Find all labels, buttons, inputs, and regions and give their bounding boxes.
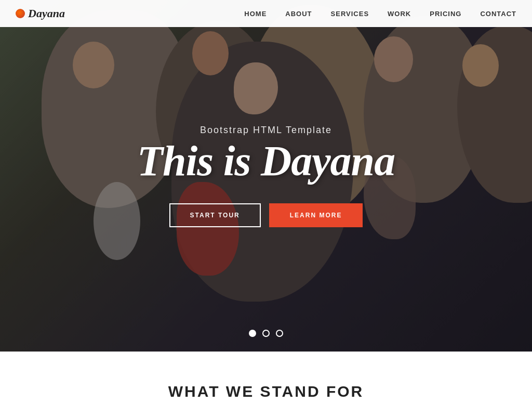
- nav-links: HOME ABOUT SERVICES WORK PRICING CONTACT: [244, 9, 516, 18]
- learn-more-button[interactable]: LEARN MORE: [269, 203, 363, 227]
- slider-dot-3[interactable]: [276, 330, 283, 337]
- nav-about[interactable]: ABOUT: [285, 10, 312, 18]
- section-title: WHAT WE STAND FOR: [10, 383, 522, 400]
- hero-title: This is Dayana: [137, 140, 395, 183]
- hero-buttons: START TOUR LEARN MORE: [137, 203, 395, 227]
- slider-dot-1[interactable]: [249, 330, 256, 337]
- slider-dots: [249, 330, 283, 337]
- nav-services[interactable]: SERVICES: [331, 10, 369, 18]
- hero-section: Bootstrap HTML Template This is Dayana S…: [0, 0, 532, 352]
- logo-link[interactable]: Dayana: [16, 7, 65, 20]
- hero-subtitle: Bootstrap HTML Template: [137, 125, 395, 136]
- logo-text: Dayana: [28, 7, 65, 20]
- start-tour-button[interactable]: START TOUR: [169, 203, 261, 227]
- nav-home[interactable]: HOME: [244, 10, 267, 18]
- below-hero-section: WHAT WE STAND FOR: [0, 352, 532, 411]
- navbar: Dayana HOME ABOUT SERVICES WORK PRICING …: [0, 0, 532, 27]
- logo-dot-icon: [16, 9, 25, 18]
- hero-content: Bootstrap HTML Template This is Dayana S…: [127, 125, 405, 227]
- nav-work[interactable]: WORK: [388, 10, 411, 18]
- nav-contact[interactable]: CONTACT: [480, 10, 516, 18]
- slider-dot-2[interactable]: [262, 330, 270, 337]
- nav-pricing[interactable]: PRICING: [430, 10, 461, 18]
